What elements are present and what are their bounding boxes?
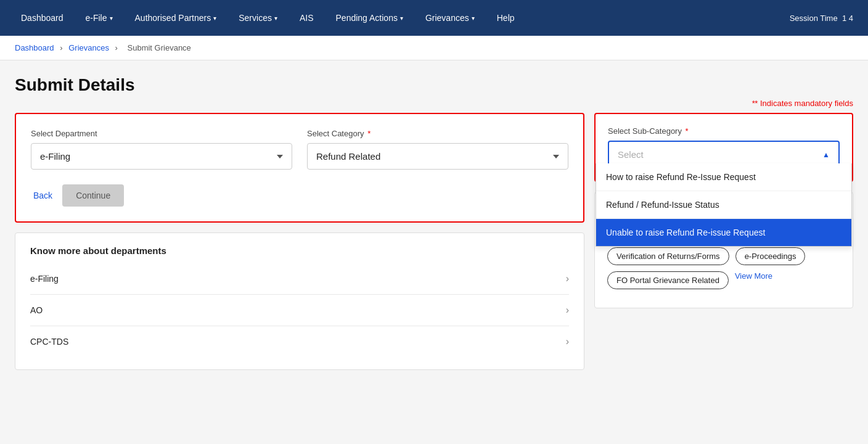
- category-label: Select Category *: [307, 129, 568, 138]
- nav-ais[interactable]: AIS: [289, 0, 325, 36]
- chevron-down-icon: ▾: [400, 15, 403, 22]
- category-select[interactable]: Refund Related: [307, 143, 568, 170]
- breadcrumb-dashboard[interactable]: Dashboard: [15, 43, 54, 52]
- chevron-down-icon: ▾: [472, 15, 475, 22]
- tag-fo-portal[interactable]: FO Portal Grievance Related: [607, 271, 729, 289]
- left-panel: Select Department e-Filing Select Catego…: [15, 113, 584, 370]
- dept-item-cpctds[interactable]: CPC-TDS ›: [30, 326, 569, 357]
- nav-authorised-partners[interactable]: Authorised Partners ▾: [124, 0, 228, 36]
- departments-card: Know more about departments e-Filing › A…: [15, 232, 584, 370]
- tag-verification[interactable]: Verification of Returns/Forms: [607, 247, 729, 265]
- tag-eproceedings[interactable]: e-Proceedings: [735, 247, 806, 265]
- nav-help[interactable]: Help: [486, 0, 526, 36]
- form-fields: Select Department e-Filing Select Catego…: [31, 129, 568, 170]
- department-list: e-Filing › AO › CPC-TDS ›: [30, 263, 569, 357]
- main-content: Submit Details * * Indicates mandatory f…: [0, 60, 868, 444]
- chevron-right-icon: ›: [566, 305, 569, 316]
- top-navigation: Dashboard e-File ▾ Authorised Partners ▾…: [0, 0, 868, 36]
- subcategory-card: Select Sub-Category * Select ▲ How to ra…: [594, 113, 853, 182]
- nav-grievances[interactable]: Grievances ▾: [414, 0, 486, 36]
- chevron-right-icon: ›: [566, 336, 569, 347]
- dropdown-item-1[interactable]: How to raise Refund Re-Issue Request: [596, 163, 851, 191]
- subcategory-dropdown: How to raise Refund Re-Issue Request Ref…: [596, 163, 852, 247]
- back-button[interactable]: Back: [31, 186, 55, 205]
- nav-efile[interactable]: e-File ▾: [75, 0, 124, 36]
- chevron-right-icon: ›: [566, 273, 569, 284]
- dept-item-ao[interactable]: AO ›: [30, 295, 569, 326]
- chevron-down-icon: ▾: [274, 15, 277, 22]
- breadcrumb-grievances[interactable]: Grievances: [68, 43, 109, 52]
- continue-button[interactable]: Continue: [62, 184, 124, 207]
- chevron-up-icon: ▲: [822, 150, 830, 159]
- department-group: Select Department e-Filing: [31, 129, 292, 170]
- dept-item-efiling[interactable]: e-Filing ›: [30, 263, 569, 295]
- nav-services[interactable]: Services ▾: [227, 0, 289, 36]
- view-more-link[interactable]: View More: [735, 271, 772, 289]
- nav-dashboard[interactable]: Dashboard: [10, 0, 75, 36]
- tag-row-2: Verification of Returns/Forms e-Proceedi…: [607, 247, 840, 265]
- chevron-down-icon: ▾: [110, 15, 113, 22]
- form-actions: Back Continue: [31, 184, 568, 207]
- page-title: Submit Details: [15, 75, 853, 95]
- departments-title: Know more about departments: [30, 245, 569, 256]
- form-card: Select Department e-Filing Select Catego…: [15, 113, 584, 223]
- subcategory-label: Select Sub-Category *: [608, 126, 840, 136]
- nav-pending-actions[interactable]: Pending Actions ▾: [325, 0, 414, 36]
- breadcrumb: Dashboard › Grievances › Submit Grievanc…: [0, 36, 868, 60]
- chevron-down-icon: ▾: [213, 15, 216, 22]
- session-time: Session Time 1 4: [785, 14, 858, 23]
- right-panel: Select Sub-Category * Select ▲ How to ra…: [594, 113, 853, 308]
- dropdown-item-2[interactable]: Refund / Refund-Issue Status: [596, 191, 851, 219]
- content-grid: Select Department e-Filing Select Catego…: [15, 113, 853, 370]
- department-select[interactable]: e-Filing: [31, 143, 292, 170]
- mandatory-note: * * Indicates mandatory fields: [15, 99, 853, 108]
- department-label: Select Department: [31, 129, 292, 138]
- category-group: Select Category * Refund Related: [307, 129, 568, 170]
- tag-row-3: FO Portal Grievance Related View More: [607, 271, 840, 289]
- breadcrumb-current: Submit Grievance: [128, 43, 191, 52]
- dropdown-item-3[interactable]: Unable to raise Refund Re-issue Request: [596, 219, 851, 246]
